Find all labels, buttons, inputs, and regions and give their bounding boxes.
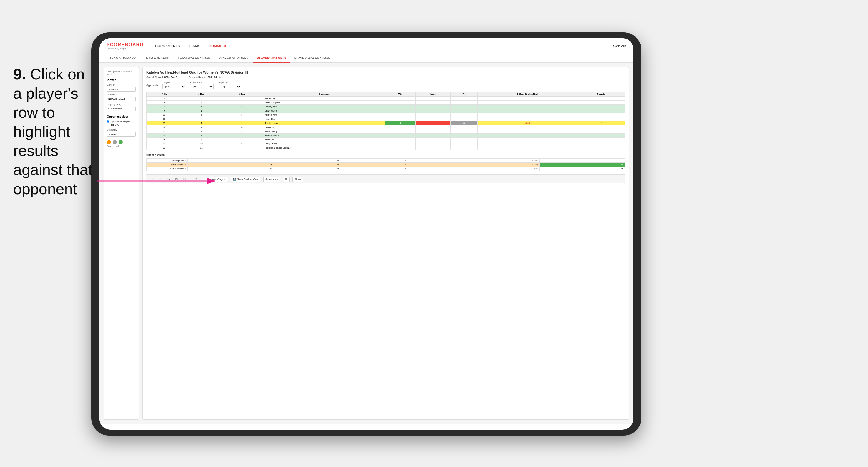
share-btn[interactable]: Share bbox=[292, 177, 303, 182]
logo-area: SCOREBOARD Powered by clippd bbox=[106, 42, 144, 50]
nav-separator: | bbox=[611, 44, 612, 48]
colour-by-dropdown[interactable]: Win/loss bbox=[107, 132, 136, 136]
h2h-table: # Div # Reg # Conf Opponent Win Loss Tie… bbox=[146, 92, 625, 150]
radio-opponents-played[interactable]: Opponents Played bbox=[107, 120, 136, 123]
instruction-text: 9. Click on a player's row to highlight … bbox=[13, 65, 93, 199]
left-panel: Last Updated: 27/03/2024 16:55:38 Player… bbox=[103, 67, 139, 419]
table-header-row: # Div # Reg # Conf Opponent Win Loss Tie… bbox=[147, 92, 625, 96]
out-row[interactable]: NAIA Division 1 15 0 0 9.267 30 bbox=[147, 163, 625, 167]
division-label: Division bbox=[107, 93, 136, 96]
tab-player-h2h-grid[interactable]: PLAYER H2H GRID bbox=[253, 54, 290, 63]
dot-up bbox=[119, 140, 123, 144]
save-custom-btn[interactable]: 💾 Save Custom View bbox=[231, 177, 260, 182]
player-rank-dropdown[interactable]: 8. Katelyn Vo bbox=[107, 106, 136, 111]
content-area: Last Updated: 27/03/2024 16:55:38 Player… bbox=[99, 63, 633, 424]
grid-btn[interactable]: ⊞ bbox=[283, 177, 289, 182]
player-section-title: Player bbox=[107, 79, 136, 82]
opponent-dropdown[interactable]: (All) bbox=[218, 84, 241, 89]
tab-player-h2h-heatmap[interactable]: PLAYER H2H HEATMAP bbox=[290, 54, 335, 62]
instruction-number: 9. bbox=[13, 66, 26, 83]
col-conf: # Conf bbox=[221, 92, 263, 96]
pink-arrow bbox=[91, 169, 224, 193]
opponents-label: Opponents: bbox=[146, 84, 158, 87]
out-row[interactable]: Foreign Team 1 0 0 4.500 2 bbox=[147, 159, 625, 163]
col-reg: # Reg bbox=[182, 92, 221, 96]
out-of-division-title: Out of division bbox=[146, 154, 625, 157]
tab-team-h2h-heatmap[interactable]: TEAM H2H HEATMAP bbox=[174, 54, 215, 62]
nav-committee[interactable]: COMMITTEE bbox=[209, 43, 230, 50]
table-row[interactable]: 6 1 3 Sydney Kuo bbox=[147, 105, 625, 109]
sub-nav: TEAM SUMMARY TEAM H2H GRID TEAM H2H HEAT… bbox=[99, 54, 633, 63]
tab-player-summary[interactable]: PLAYER SUMMARY bbox=[215, 54, 253, 62]
tab-team-h2h-grid[interactable]: TEAM H2H GRID bbox=[140, 54, 174, 62]
table-row[interactable]: 16 9 1 Jessica Mason bbox=[147, 133, 625, 138]
table-row[interactable]: 5 2 2 Alexis Sudjianto bbox=[147, 101, 625, 105]
region-filter-group: Region (All) bbox=[162, 81, 186, 89]
table-row[interactable]: 18 2 2 Euna Lee bbox=[147, 138, 625, 142]
col-loss: Loss bbox=[415, 92, 451, 96]
opponent-filter-group: Opponent (All) bbox=[218, 81, 241, 89]
player-rank-label: Player (Rank) bbox=[107, 103, 136, 106]
opponent-view-group: Opponents Played Top 100 bbox=[107, 120, 136, 126]
tab-team-summary[interactable]: TEAM SUMMARY bbox=[105, 54, 140, 62]
table-row[interactable]: 15 8 5 Stella Cheng bbox=[147, 129, 625, 133]
grid-records: Overall Record: 353 - 34 - 6 Division Re… bbox=[146, 75, 625, 79]
colour-by-label: Colour by bbox=[107, 129, 136, 131]
col-rounds: Rounds bbox=[577, 92, 625, 96]
watch-icon: 👁 bbox=[266, 178, 268, 181]
tablet-screen: SCOREBOARD Powered by clippd TOURNAMENTS… bbox=[99, 38, 633, 430]
nav-teams[interactable]: TEAMS bbox=[188, 43, 200, 50]
sign-out-link[interactable]: Sign out bbox=[613, 44, 626, 48]
radio-top100[interactable]: Top 100 bbox=[107, 124, 136, 126]
col-div: # Div bbox=[147, 92, 182, 96]
instruction-body: Click on a player's row to highlight res… bbox=[13, 66, 92, 197]
col-opponent: Opponent bbox=[263, 92, 385, 96]
conference-dropdown[interactable]: (All) bbox=[190, 84, 214, 89]
division-record: Division Record: 331 - 34 - 6 bbox=[189, 75, 221, 79]
region-label: Region bbox=[162, 81, 186, 84]
division-dropdown[interactable]: NCAA Division III bbox=[107, 97, 136, 101]
logo-sub: Powered by clippd bbox=[106, 48, 144, 50]
nav-bar: SCOREBOARD Powered by clippd TOURNAMENTS… bbox=[99, 38, 633, 54]
timestamp: Last Updated: 27/03/2024 16:55:38 bbox=[107, 70, 136, 75]
tablet-shell: SCOREBOARD Powered by clippd TOURNAMENTS… bbox=[91, 32, 642, 436]
table-row[interactable]: 11 Haejo Hyun bbox=[147, 117, 625, 121]
main-grid: Katelyn Vo Head-to-Head Grid for Women's… bbox=[143, 67, 629, 419]
logo-text: SCOREBOARD bbox=[106, 42, 144, 48]
dot-down bbox=[107, 140, 111, 144]
opponent-filter-label: Opponent bbox=[218, 81, 241, 84]
table-row[interactable]: 20 11 7 Federica Domecq Lacroze bbox=[147, 146, 625, 150]
grid-title: Katelyn Vo Head-to-Head Grid for Women's… bbox=[146, 70, 625, 74]
overall-record: Overall Record: 353 - 34 - 6 bbox=[146, 75, 177, 79]
conference-filter-group: Conference (All) bbox=[190, 81, 214, 89]
opponent-view-label: Opponent view bbox=[107, 115, 136, 118]
col-diff: Diff Av Strokes/Rnd bbox=[477, 92, 577, 96]
colour-labels: Down Level Up bbox=[107, 145, 136, 147]
watch-btn[interactable]: 👁 Watch ▾ bbox=[264, 177, 280, 182]
col-win: Win bbox=[385, 92, 415, 96]
table-row[interactable]: 14 7 4 Eunice Yi bbox=[147, 125, 625, 129]
save-icon: 💾 bbox=[233, 178, 236, 181]
nav-links: TOURNAMENTS TEAMS COMMITTEE bbox=[153, 43, 611, 50]
table-row[interactable]: 9 1 4 Sharon Mun bbox=[147, 109, 625, 113]
colour-dots bbox=[107, 140, 136, 144]
conference-label: Conference bbox=[190, 81, 214, 84]
dot-level bbox=[113, 140, 117, 144]
col-tie: Tie bbox=[451, 92, 477, 96]
nav-tournaments[interactable]: TOURNAMENTS bbox=[153, 43, 180, 50]
table-row-highlighted[interactable]: 13 1 Jessica Huang 0 1 0 -3.00 2 bbox=[147, 121, 625, 125]
gender-dropdown[interactable]: Women's bbox=[107, 87, 136, 92]
table-row[interactable]: 19 10 6 Emily Chang bbox=[147, 142, 625, 146]
table-row[interactable]: 10 6 3 Andrea York bbox=[147, 113, 625, 117]
table-row[interactable]: 3 1 Esther Lee bbox=[147, 96, 625, 101]
region-dropdown[interactable]: (All) bbox=[162, 84, 186, 89]
gender-label: Gender bbox=[107, 84, 136, 86]
filter-row: Opponents: Region (All) Conference (All) bbox=[146, 81, 625, 89]
